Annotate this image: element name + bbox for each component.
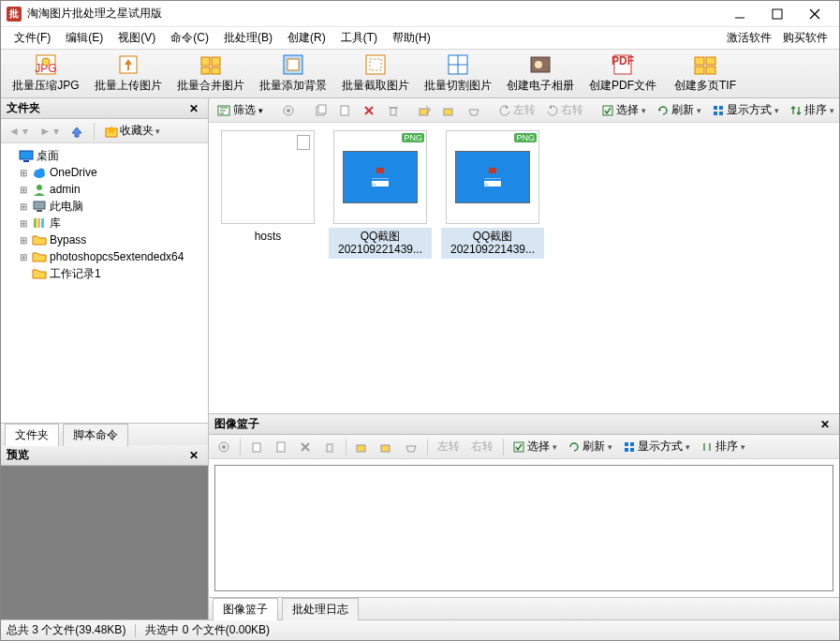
copy-button[interactable] bbox=[309, 101, 332, 120]
tool-pdf[interactable]: PDF 创建PDF文件 bbox=[583, 52, 662, 97]
rotate-left-button[interactable]: 左转 bbox=[494, 99, 540, 121]
tree-node-桌面[interactable]: ·桌面 bbox=[1, 147, 208, 164]
thumbnail-item[interactable]: PNG———▭QQ截图202109221439... bbox=[329, 130, 432, 406]
svg-text:PDF: PDF bbox=[612, 54, 634, 67]
maximize-button[interactable] bbox=[759, 1, 796, 27]
tree-node-admin[interactable]: ⊞admin bbox=[1, 181, 208, 198]
png-badge: PNG bbox=[402, 133, 424, 142]
favorites-dropdown[interactable]: 收藏夹 bbox=[101, 121, 164, 141]
basket-copyto[interactable] bbox=[376, 438, 398, 456]
nav-up-button[interactable] bbox=[66, 123, 87, 140]
menu-view[interactable]: 视图(V) bbox=[111, 28, 163, 48]
copy-to-button[interactable] bbox=[438, 101, 461, 120]
basket-tabs: 图像篮子 批处理日志 bbox=[209, 597, 839, 619]
filter-button[interactable]: 筛选▾ bbox=[213, 99, 268, 121]
tree-node-photoshopcs5extendedx64[interactable]: ⊞photoshopcs5extendedx64 bbox=[1, 248, 208, 265]
tab-folder[interactable]: 文件夹 bbox=[5, 424, 59, 446]
menu-help[interactable]: 帮助(H) bbox=[385, 28, 438, 48]
menu-batch[interactable]: 批处理(B) bbox=[216, 28, 280, 48]
thumbnail-item[interactable]: PNG———▭QQ截图202109221439... bbox=[441, 130, 544, 406]
basket-close[interactable]: ✕ bbox=[817, 418, 833, 431]
display-dropdown[interactable]: 显示方式 bbox=[708, 99, 784, 121]
tool-label: 批量添加背景 bbox=[259, 78, 327, 94]
tool-merge[interactable]: 批量合并图片 bbox=[171, 52, 250, 97]
folder-tree[interactable]: ·桌面⊞OneDrive⊞admin⊞此电脑⊞库⊞Bypass⊞photosho… bbox=[1, 143, 208, 423]
title-bar: 批 淘淘图片批处理之星试用版 bbox=[1, 1, 839, 27]
basket-remove[interactable] bbox=[400, 438, 422, 456]
menu-file[interactable]: 文件(F) bbox=[7, 28, 58, 48]
svg-rect-53 bbox=[719, 106, 723, 110]
svg-rect-62 bbox=[327, 444, 332, 452]
basket-copy[interactable] bbox=[245, 438, 268, 456]
basket-moveto[interactable] bbox=[351, 438, 374, 456]
expand-toggle[interactable]: ⊞ bbox=[18, 168, 29, 178]
basket-refresh[interactable]: 刷新 bbox=[564, 436, 617, 457]
preview-close[interactable]: ✕ bbox=[185, 449, 202, 462]
menu-tools[interactable]: 工具(T) bbox=[333, 28, 385, 48]
tree-node-此电脑[interactable]: ⊞此电脑 bbox=[1, 198, 208, 215]
basket-display[interactable]: 显示方式 bbox=[619, 436, 695, 457]
tool-tif[interactable]: 创建多页TIF bbox=[666, 52, 744, 97]
close-button[interactable] bbox=[796, 1, 833, 27]
tool-compress-jpg[interactable]: JPG 批量压缩JPG bbox=[7, 52, 85, 97]
sort-label: 排序 bbox=[804, 102, 827, 118]
tree-node-工作记录1[interactable]: ·工作记录1 bbox=[1, 265, 208, 282]
thumbnails-area[interactable]: hostsPNG———▭QQ截图202109221439...PNG———▭QQ… bbox=[209, 123, 839, 413]
refresh-dropdown[interactable]: 刷新 bbox=[653, 99, 706, 121]
add-basket-button[interactable] bbox=[463, 101, 485, 120]
rotate-right-button[interactable]: 右转 bbox=[542, 99, 588, 121]
tree-node-库[interactable]: ⊞库 bbox=[1, 215, 208, 231]
rotate-right-label: 右转 bbox=[561, 102, 583, 118]
basket-rotr[interactable]: 右转 bbox=[466, 436, 498, 457]
nav-forward-button[interactable]: ► ▾ bbox=[36, 123, 63, 140]
tool-cut[interactable]: 批量切割图片 bbox=[419, 52, 497, 97]
svg-rect-36 bbox=[34, 218, 37, 228]
minimize-button[interactable] bbox=[721, 1, 759, 27]
delete-button[interactable] bbox=[358, 101, 380, 120]
basket-sort[interactable]: 排序 bbox=[697, 436, 750, 457]
expand-toggle[interactable]: ⊞ bbox=[18, 185, 29, 195]
tool-crop[interactable]: 批量截取图片 bbox=[336, 52, 415, 97]
view-button[interactable] bbox=[277, 101, 300, 120]
tab-batch-log[interactable]: 批处理日志 bbox=[282, 598, 359, 620]
left-tabs: 文件夹 脚本命令 bbox=[1, 423, 208, 445]
basket-paste[interactable] bbox=[270, 438, 292, 456]
basket-trash[interactable] bbox=[318, 438, 341, 456]
activate-link[interactable]: 激活软件 bbox=[721, 28, 777, 48]
tree-node-Bypass[interactable]: ⊞Bypass bbox=[1, 231, 208, 248]
buy-link[interactable]: 购买软件 bbox=[777, 28, 833, 48]
tool-upload[interactable]: 批量上传图片 bbox=[89, 52, 168, 97]
expand-toggle[interactable]: ⊞ bbox=[18, 201, 29, 212]
expand-toggle[interactable]: ⊞ bbox=[18, 252, 29, 262]
folder-panel-close[interactable]: ✕ bbox=[185, 102, 202, 115]
basket-rotl[interactable]: 左转 bbox=[433, 436, 464, 457]
tool-add-bg[interactable]: 批量添加背景 bbox=[254, 52, 332, 97]
expand-toggle[interactable]: ⊞ bbox=[18, 218, 29, 229]
menu-edit[interactable]: 编辑(E) bbox=[58, 28, 111, 48]
pdf-icon: PDF bbox=[612, 53, 634, 76]
sort-dropdown[interactable]: 排序 bbox=[786, 99, 839, 121]
tab-script[interactable]: 脚本命令 bbox=[63, 424, 128, 446]
paste-button[interactable] bbox=[333, 101, 356, 120]
background-icon bbox=[282, 53, 304, 76]
tab-basket[interactable]: 图像篮子 bbox=[213, 598, 278, 620]
basket-drop-zone[interactable] bbox=[214, 465, 833, 591]
svg-rect-59 bbox=[277, 442, 285, 452]
tool-label: 创建多页TIF bbox=[674, 78, 736, 94]
tree-node-OneDrive[interactable]: ⊞OneDrive bbox=[1, 164, 208, 181]
svg-rect-65 bbox=[514, 442, 523, 452]
preview-body bbox=[1, 466, 208, 619]
basket-view[interactable] bbox=[213, 438, 235, 456]
select-dropdown[interactable]: 选择 bbox=[597, 99, 651, 121]
thumbnail-item[interactable]: hosts bbox=[216, 130, 319, 406]
menu-command[interactable]: 命令(C) bbox=[163, 28, 216, 48]
basket-delete[interactable] bbox=[294, 438, 317, 456]
move-to-button[interactable] bbox=[414, 101, 436, 120]
basket-select[interactable]: 选择 bbox=[508, 436, 562, 457]
trash-button[interactable] bbox=[382, 101, 405, 120]
tool-album[interactable]: 创建电子相册 bbox=[501, 52, 580, 97]
svg-rect-24 bbox=[706, 57, 715, 65]
nav-back-button[interactable]: ◄ ▾ bbox=[5, 123, 32, 140]
menu-create[interactable]: 创建(R) bbox=[280, 28, 333, 48]
expand-toggle[interactable]: ⊞ bbox=[18, 235, 29, 246]
